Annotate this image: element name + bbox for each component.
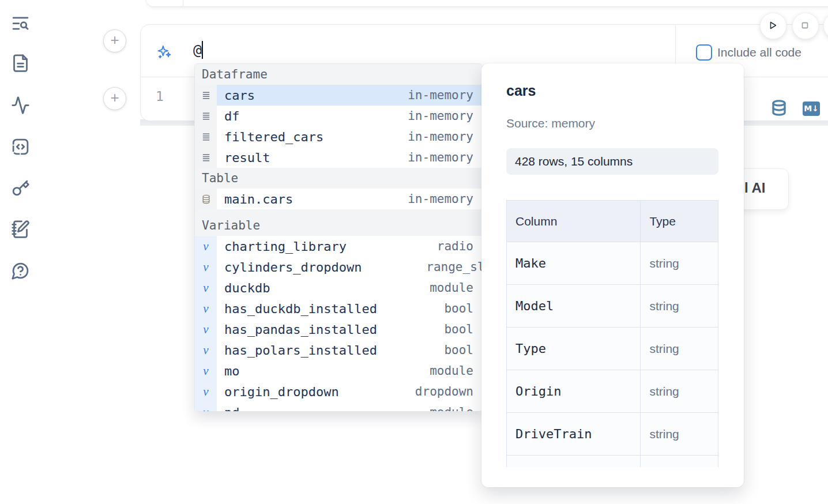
- dataframe-icon: [195, 147, 217, 168]
- schema-column-name: Origin: [507, 370, 641, 413]
- schema-column-type: string: [641, 370, 718, 413]
- completion-item-df[interactable]: dfin-memory: [195, 106, 482, 126]
- completion-item-cars[interactable]: carsin-memory: [195, 85, 482, 106]
- completion-item-name: duckdb: [224, 281, 270, 295]
- completion-item-name: result: [224, 151, 270, 165]
- activity-icon[interactable]: [11, 96, 30, 115]
- preview-title: cars: [506, 82, 536, 99]
- variable-icon: v: [195, 340, 217, 360]
- completion-item-name: mo: [224, 364, 240, 378]
- completion-item-name: main.cars: [224, 192, 293, 206]
- code-snippets-icon[interactable]: [11, 137, 30, 156]
- schema-row: DriveTrainstring: [507, 413, 718, 456]
- completion-item-type: radio: [437, 239, 473, 253]
- dataframe-icon: [195, 126, 217, 147]
- completion-item-name: df: [224, 109, 240, 123]
- schema-column-name: [507, 456, 641, 468]
- schema-column-name: Make: [507, 242, 641, 285]
- variable-icon: v: [195, 277, 217, 298]
- schema-header-cell: Column: [507, 201, 641, 242]
- schema-column-type: string: [641, 285, 718, 328]
- schema-row: Originstring: [507, 370, 718, 413]
- include-all-code-checkbox[interactable]: [696, 44, 712, 61]
- preview-source: Source: memory: [506, 116, 595, 130]
- completion-item-type: in-memory: [408, 192, 473, 206]
- schema-column-name: DriveTrain: [507, 413, 641, 456]
- variable-icon: v: [195, 381, 217, 402]
- completion-item-type: bool: [444, 302, 473, 315]
- file-text-icon[interactable]: [11, 54, 30, 73]
- editor-line-number: 1: [156, 89, 164, 104]
- schema-header-cell: Type: [641, 201, 718, 242]
- completion-item-has_polars_installed[interactable]: vhas_polars_installedbool: [195, 340, 482, 360]
- schema-column-name: Model: [507, 285, 641, 328]
- schema-column-type: string: [641, 328, 718, 370]
- schema-row: Modelstring: [507, 285, 718, 328]
- add-cell-button-top[interactable]: +: [103, 29, 126, 52]
- notebook-pen-icon[interactable]: [11, 220, 30, 239]
- table-icon: [195, 189, 217, 209]
- shape-badge: 428 rows, 15 columns: [506, 148, 718, 175]
- completion-item-type: module: [430, 281, 473, 295]
- completion-item-pd[interactable]: vpdmodule: [195, 402, 482, 412]
- help-chat-icon[interactable]: [11, 261, 30, 280]
- include-all-code-label: Include all code: [717, 46, 801, 59]
- schema-column-name: Type: [507, 328, 641, 370]
- completion-item-charting_library[interactable]: vcharting_libraryradio: [195, 236, 482, 257]
- schema-row: Makestring: [507, 242, 718, 285]
- run-cell-button[interactable]: [760, 13, 786, 39]
- completion-section-header: Dataframe: [195, 64, 482, 85]
- completion-item-type: range_slider: [426, 260, 483, 274]
- completion-item-name: has_pandas_installed: [224, 322, 377, 337]
- variable-icon: v: [195, 236, 217, 257]
- variable-icon: v: [195, 257, 217, 277]
- completion-item-cylinders_dropdown[interactable]: vcylinders_dropdownrange_slider: [195, 257, 482, 277]
- completion-item-type: bool: [444, 343, 473, 357]
- list-search-icon[interactable]: [11, 14, 30, 33]
- previous-cell-fragment: [145, 0, 828, 7]
- key-icon[interactable]: [11, 178, 30, 197]
- variable-icon: v: [195, 360, 217, 381]
- schema-column-type: string: [641, 413, 718, 456]
- completion-section-header: Table: [195, 168, 482, 189]
- completion-item-type: dropdown: [415, 385, 473, 398]
- completion-item-name: cars: [224, 88, 255, 103]
- markdown-icon[interactable]: M↓: [803, 101, 820, 116]
- completion-item-type: module: [430, 405, 473, 412]
- ai-prompt-input[interactable]: @: [193, 41, 203, 59]
- completion-item-name: pd: [224, 405, 240, 412]
- schema-table: ColumnTypeMakestringModelstringTypestrin…: [506, 200, 718, 467]
- variable-icon: v: [195, 402, 217, 412]
- completion-item-name: has_polars_installed: [224, 343, 377, 358]
- completion-item-origin_dropdown[interactable]: vorigin_dropdowndropdown: [195, 381, 482, 402]
- completion-item-type: module: [430, 364, 473, 378]
- stop-icon: [798, 18, 812, 32]
- completion-item-has_pandas_installed[interactable]: vhas_pandas_installedbool: [195, 319, 482, 340]
- completion-item-duckdb[interactable]: vduckdbmodule: [195, 277, 482, 298]
- completion-item-type: in-memory: [408, 130, 473, 144]
- add-cell-button-bottom[interactable]: +: [103, 87, 126, 110]
- marimo-notebook-page: + + @ Include all code 1: [0, 0, 828, 504]
- completion-item-type: in-memory: [408, 151, 473, 164]
- sparkles-icon: [156, 44, 172, 59]
- completion-item-name: has_duckdb_installed: [224, 302, 377, 316]
- completion-item-mo[interactable]: vmomodule: [195, 360, 482, 381]
- schema-column-type: string: [641, 242, 718, 285]
- schema-row: Typestring: [507, 328, 718, 370]
- variable-icon: v: [195, 298, 217, 319]
- stop-cell-button[interactable]: [792, 13, 819, 39]
- dataframe-icon: [195, 85, 217, 106]
- completion-item-type: in-memory: [408, 88, 473, 102]
- play-icon: [766, 18, 780, 32]
- completion-item-type: bool: [444, 322, 473, 336]
- completion-item-filtered_cars[interactable]: filtered_carsin-memory: [195, 126, 482, 147]
- completion-item-has_duckdb_installed[interactable]: vhas_duckdb_installedbool: [195, 298, 482, 319]
- variable-icon: v: [195, 319, 217, 340]
- completion-item-result[interactable]: resultin-memory: [195, 147, 482, 168]
- database-output-icon[interactable]: [770, 99, 788, 116]
- completion-item-main.cars[interactable]: main.carsin-memory: [195, 189, 482, 209]
- dataframe-icon: [195, 106, 217, 126]
- completion-item-name: cylinders_dropdown: [224, 260, 362, 274]
- schema-column-type: [641, 456, 718, 468]
- text-cursor: [202, 41, 203, 59]
